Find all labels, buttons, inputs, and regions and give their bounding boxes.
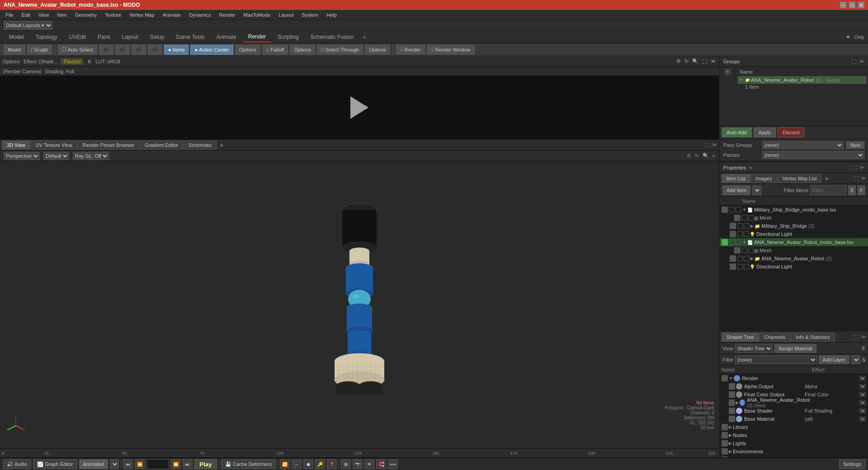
final-effect-select[interactable]: ▾ <box>859 392 866 397</box>
shader-ana-row[interactable]: ▶ ANA_Newme_Avatar_Robot (3) (Item) ▾ <box>720 399 868 407</box>
itemlist-expand-icon[interactable]: ⛶ <box>854 176 859 181</box>
shader-envs-row[interactable]: ▶ Environments <box>720 447 868 456</box>
sh-vis-basematerial[interactable] <box>729 416 735 422</box>
filter-f-btn[interactable]: F <box>858 185 865 195</box>
filter-items-input[interactable] <box>810 185 846 195</box>
tab-layout[interactable]: Layout <box>116 32 143 42</box>
tab-paint[interactable]: Paint <box>92 32 115 42</box>
preview-gear-icon[interactable]: ⚙ <box>676 58 681 64</box>
menu-vertex-map[interactable]: Vertex Map <box>126 11 158 19</box>
shader-render-row[interactable]: ▼ Render ▾ <box>720 374 868 382</box>
group-item-1[interactable]: ▼ 📁 ANA_Newme_Avatar_Robot (3) : Group <box>738 76 866 84</box>
lock-grp2[interactable] <box>737 256 743 261</box>
apply-button[interactable]: Apply <box>754 127 776 137</box>
add-tab-button[interactable]: + <box>360 33 369 41</box>
vp-more-icon[interactable]: ≫ <box>712 142 717 148</box>
vp-expand-icon[interactable]: ⛶ <box>704 142 709 148</box>
menu-item[interactable]: Item <box>53 11 70 19</box>
library-expand[interactable]: ▶ <box>729 425 732 429</box>
ping-button[interactable]: ↔ <box>292 459 302 469</box>
menu-help[interactable]: Help <box>323 11 340 19</box>
transport-next[interactable]: ⏩ <box>171 459 181 469</box>
shader-f-btn[interactable]: F <box>862 346 865 351</box>
settings-button[interactable]: Settings <box>839 459 865 469</box>
lock-lt1[interactable] <box>737 231 743 237</box>
audio-button[interactable]: 🔊 Audio <box>3 459 31 469</box>
play-button[interactable] <box>348 96 371 119</box>
group-2-row[interactable]: ▶ 📁 ANA_Newme_Avatar_Robot (2) <box>720 254 868 263</box>
itemlist-more-icon[interactable]: ≫ <box>861 175 866 181</box>
menu-maxtomodo[interactable]: MaxToModo <box>240 11 274 19</box>
play-transport-button[interactable]: Play <box>194 459 217 469</box>
shading-selector[interactable]: Default <box>43 152 69 160</box>
sel-2[interactable] <box>736 240 741 245</box>
options1-button[interactable]: Options <box>235 45 260 55</box>
assign-material-button[interactable]: Assign Material <box>774 344 816 353</box>
sel-grp1[interactable] <box>744 223 749 229</box>
vp-refresh-icon[interactable]: ↻ <box>695 153 699 159</box>
shader-addlayer-type[interactable]: ▾ <box>851 355 860 364</box>
scene-expand-1[interactable]: ▼ <box>742 207 746 212</box>
shader-filter-select[interactable]: (none) <box>735 355 816 364</box>
group-1-row[interactable]: ▶ 📁 Military_Ship_Bridge (2) <box>720 222 868 230</box>
key-button[interactable]: 🔑 <box>315 459 325 469</box>
vis-toggle-lt1[interactable] <box>730 231 736 237</box>
camera-button[interactable]: 📷 <box>353 459 363 469</box>
close-button[interactable]: ✕ <box>858 2 864 8</box>
sel-lt1[interactable] <box>744 231 749 237</box>
groups-more-icon[interactable]: ≫ <box>859 58 864 64</box>
vis-toggle-lt2[interactable] <box>730 263 736 270</box>
menu-texture[interactable]: Texture <box>101 11 125 19</box>
light-1-row[interactable]: 💡 Directional Light <box>720 230 868 238</box>
ana-effect-select[interactable]: ▾ <box>859 400 866 405</box>
tab-uvedit[interactable]: UVEdit <box>64 32 91 42</box>
sel-mesh1[interactable] <box>748 215 754 221</box>
pass-groups-select[interactable]: (none) <box>762 141 844 149</box>
mesh-2-row[interactable]: ▦ Mesh <box>720 246 868 254</box>
maximize-button[interactable]: □ <box>849 2 855 8</box>
envs-expand[interactable]: ▶ <box>729 449 732 454</box>
rec-button[interactable]: ⏺ <box>303 459 313 469</box>
items-button[interactable]: ● Items <box>164 45 189 55</box>
sel-grp2[interactable] <box>744 256 749 261</box>
graph-editor-button[interactable]: 📈 Graph Editor <box>33 459 77 469</box>
animated-button[interactable]: Animated <box>79 459 108 469</box>
minimize-button[interactable]: ─ <box>840 2 846 8</box>
sh-vis-alpha[interactable] <box>729 383 735 390</box>
basematerial-effect-select[interactable]: ▾ <box>859 416 866 422</box>
falloff-button[interactable]: ○ Falloff <box>262 45 288 55</box>
perspective-selector[interactable]: Perspective <box>4 152 40 160</box>
pass-groups-new-btn[interactable]: New <box>846 141 864 149</box>
vis-toggle-grp2[interactable] <box>730 255 736 262</box>
lock-grp1[interactable] <box>737 223 743 229</box>
shader-library-row[interactable]: ▶ Library <box>720 423 868 431</box>
transport-prev[interactable]: ⏪ <box>135 459 145 469</box>
menu-render[interactable]: Render <box>215 11 239 19</box>
lights-expand[interactable]: ▶ <box>729 441 732 446</box>
itemlist-tab-images[interactable]: Images <box>751 174 777 183</box>
add-itemlist-tab[interactable]: + <box>822 174 831 183</box>
grp1-expand[interactable]: ▶ <box>750 224 754 228</box>
lock-2[interactable] <box>729 240 735 245</box>
options2-button[interactable]: Options <box>290 45 315 55</box>
sh-vis-baseshader[interactable] <box>729 408 735 414</box>
auto-add-button[interactable]: Auto Add <box>722 127 752 137</box>
vp-settings-icon[interactable]: ≡ <box>712 153 715 159</box>
model-mode-button[interactable]: Model <box>4 45 25 55</box>
menu-animate[interactable]: Animate <box>159 11 184 19</box>
preview-pause-icon[interactable]: ⏸ <box>87 59 92 64</box>
tab-game-tools[interactable]: Game Tools <box>170 32 210 42</box>
lock-mesh1[interactable] <box>742 215 747 221</box>
tab-topology[interactable]: Topology <box>30 32 63 42</box>
nodes-expand[interactable]: ▶ <box>729 433 732 437</box>
raygl-selector[interactable]: Ray GL: Off <box>73 152 109 160</box>
filter-case-btn[interactable]: S <box>848 185 856 195</box>
vis-toggle-1[interactable] <box>722 207 728 213</box>
sh-vis-render[interactable] <box>722 375 728 381</box>
frame-input[interactable]: 0 <box>146 459 169 469</box>
properties-add-icon[interactable]: + <box>749 164 752 171</box>
preview-more-icon[interactable]: ≫ <box>711 58 716 64</box>
groups-expand-icon[interactable]: ⛶ <box>851 59 856 64</box>
scene-expand-2[interactable]: ▼ <box>742 240 746 244</box>
shader-tab-info[interactable]: Info & Statistics <box>791 333 835 342</box>
